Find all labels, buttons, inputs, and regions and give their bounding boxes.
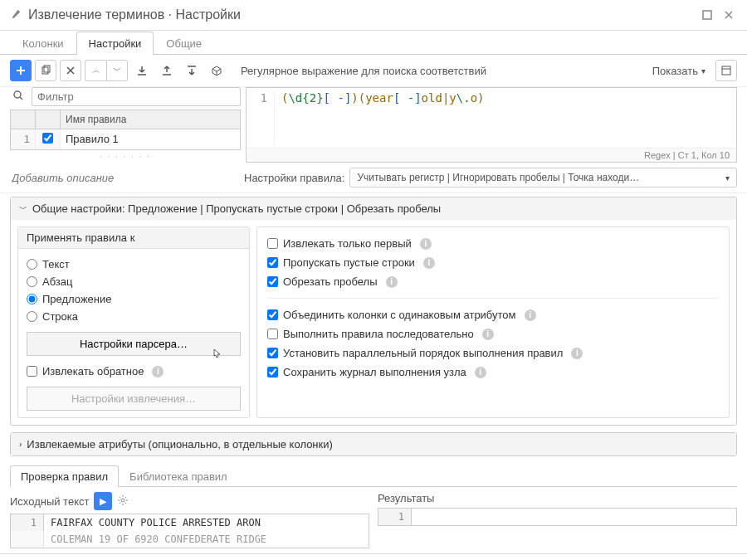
info-icon: i — [423, 257, 435, 269]
copy-button[interactable] — [35, 60, 56, 81]
source-text-label: Исходный текст — [10, 495, 89, 508]
run-preview-button[interactable]: ▶ — [94, 492, 112, 510]
rule-settings-label: Настройки правила: — [244, 172, 344, 184]
chevron-down-icon: ﹀ — [19, 203, 27, 215]
bottom-tabs: Проверка правил Библиотека правил — [10, 465, 737, 487]
svg-point-5 — [14, 91, 21, 98]
rules-table: Имя правила 1 Правило 1 — [10, 110, 241, 150]
window-title: Извлечение терминов · Настройки — [28, 7, 694, 22]
extract-settings-button[interactable]: Настройки извлечения… — [27, 387, 241, 411]
dialog-footer: Выполнить OK Отмена — [0, 553, 747, 560]
svg-line-6 — [20, 97, 22, 100]
maximize-button[interactable] — [699, 7, 715, 23]
extracted-attrs-section: › Извлекаемые атрибуты (опционально, в о… — [10, 432, 737, 456]
tab-rule-library[interactable]: Библиотека правил — [119, 465, 238, 487]
info-icon: i — [152, 366, 164, 377]
col-header-name: Имя правила — [61, 110, 240, 129]
table-row[interactable]: 1 Правило 1 — [11, 129, 240, 149]
svg-rect-1 — [42, 67, 48, 74]
titlebar: Извлечение терминов · Настройки — [0, 0, 747, 31]
info-icon: i — [571, 348, 583, 359]
chevron-down-icon: ▾ — [725, 173, 730, 183]
line-number: 1 — [247, 91, 275, 144]
check-sequential[interactable]: Выполнить правила последовательноi — [267, 324, 719, 343]
results-preview-table[interactable]: 1 — [378, 508, 737, 526]
move-down-button[interactable]: ﹀ — [106, 60, 128, 81]
radio-paragraph[interactable]: Абзац — [27, 273, 241, 290]
pencil-icon — [10, 8, 22, 22]
parser-settings-button[interactable]: Настройки парсера… — [27, 332, 241, 356]
delete-button[interactable] — [60, 60, 81, 81]
radio-text[interactable]: Текст — [27, 256, 241, 273]
description-input[interactable] — [10, 168, 234, 187]
check-parallel[interactable]: Установить параллельный порядок выполнен… — [267, 343, 719, 363]
cursor-icon — [210, 348, 223, 361]
check-first-only[interactable]: Извлекать только первыйi — [267, 234, 719, 253]
svg-rect-3 — [722, 66, 730, 75]
import-button[interactable] — [131, 60, 153, 81]
radio-line[interactable]: Строка — [27, 308, 241, 325]
extracted-attrs-header[interactable]: › Извлекаемые атрибуты (опционально, в о… — [11, 433, 736, 455]
rule-settings-dropdown[interactable]: Учитывать регистр | Игнорировать пробелы… — [349, 168, 737, 187]
regex-code[interactable]: (\d{2}[ -])(year[ -]old|y\.o) — [275, 91, 485, 144]
check-trim[interactable]: Обрезать пробелыi — [267, 272, 719, 291]
source-preview-table[interactable]: 1FAIRFAX COUNTY POLICE ARRESTED ARON COL… — [10, 514, 369, 548]
upload-button[interactable] — [156, 60, 178, 81]
svg-rect-0 — [703, 11, 711, 19]
svg-point-7 — [121, 499, 124, 502]
show-dropdown[interactable]: Показать ▾ — [646, 61, 712, 80]
editor-status: Regex | Ст 1, Кол 10 — [247, 148, 736, 162]
resize-handle[interactable]: · · · · · · · — [10, 150, 241, 163]
close-button[interactable] — [720, 7, 737, 23]
search-icon — [10, 90, 27, 104]
add-button[interactable] — [10, 60, 32, 81]
info-icon: i — [386, 276, 398, 288]
info-icon: i — [482, 329, 494, 340]
move-up-button[interactable]: ︿ — [85, 60, 106, 81]
package-button[interactable] — [206, 60, 227, 81]
tab-settings[interactable]: Настройки — [76, 32, 154, 55]
general-settings-section: ﹀ Общие настройки: Предложение | Пропуск… — [10, 197, 737, 426]
check-extract-inverse[interactable]: Извлекать обратноеi — [27, 363, 241, 380]
tab-general[interactable]: Общие — [154, 32, 214, 55]
results-label: Результаты — [378, 492, 434, 504]
chevron-right-icon: › — [19, 440, 22, 449]
radio-sentence[interactable]: Предложение — [27, 290, 241, 308]
svg-rect-2 — [44, 66, 50, 72]
apply-to-header: Применять правила к — [18, 227, 249, 249]
gear-icon[interactable] — [117, 494, 129, 509]
code-editor[interactable]: 1 (\d{2}[ -])(year[ -]old|y\.o) Regex | … — [246, 87, 737, 163]
check-skip-empty[interactable]: Пропускать пустые строкиi — [267, 253, 719, 272]
layout-button[interactable] — [715, 60, 737, 81]
info-icon: i — [525, 309, 536, 321]
chevron-down-icon: ▾ — [701, 66, 706, 75]
rule-enabled-checkbox[interactable] — [42, 133, 53, 144]
check-save-log[interactable]: Сохранить журнал выполнения узлаi — [267, 363, 719, 382]
regex-label: Регулярное выражение для поиска соответс… — [241, 65, 486, 77]
download-button[interactable] — [181, 60, 203, 81]
toolbar: ︿ ﹀ Регулярное выражение для поиска соот… — [0, 55, 747, 87]
tab-columns[interactable]: Колонки — [10, 32, 76, 55]
info-icon: i — [475, 367, 486, 378]
general-settings-header[interactable]: ﹀ Общие настройки: Предложение | Пропуск… — [11, 197, 736, 220]
check-merge-cols[interactable]: Объединить колонки с одинаковым атрибуто… — [267, 305, 719, 324]
filter-input[interactable] — [32, 87, 241, 106]
main-tabs: Колонки Настройки Общие — [0, 31, 747, 55]
info-icon: i — [420, 238, 432, 250]
tab-check-rules[interactable]: Проверка правил — [10, 465, 119, 487]
